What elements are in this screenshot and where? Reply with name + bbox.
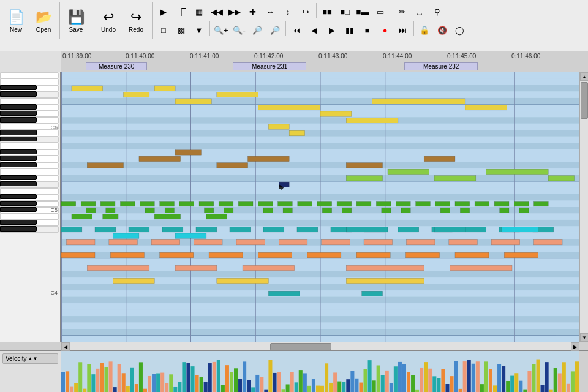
velocity-controls: Velocity ▲▼: [0, 351, 61, 392]
separator: [285, 21, 286, 36]
toolbar: 📄 New 📂 Open 💾 Save ↩ Undo ↪ Redo ▶ ⎾ ▦: [0, 0, 588, 51]
open-icon: 📂: [36, 9, 52, 25]
separator: [413, 21, 414, 36]
piano-keyboard: C6 C5 C4: [0, 72, 61, 342]
new-button[interactable]: 📄 New: [2, 1, 29, 40]
c5-label: C5: [50, 207, 58, 213]
save-label: Save: [69, 26, 83, 33]
content-area: C6 C5 C4 ▲ ▼: [0, 72, 588, 342]
hscroll-corner: [0, 342, 61, 350]
play-button[interactable]: ▶: [323, 21, 341, 39]
time-marker: 0:11:40.00: [126, 53, 154, 59]
redo-button[interactable]: ↪ Redo: [123, 1, 149, 40]
hscroll-end: [579, 342, 588, 350]
undo-icon: ↩: [103, 9, 114, 25]
skip-start-button[interactable]: ⏮: [288, 21, 305, 39]
separator: [59, 2, 60, 39]
time-marker: 0:11:39.00: [62, 53, 91, 59]
measure-231: Measure 231: [233, 62, 306, 70]
link-button[interactable]: ▭: [372, 3, 389, 20]
skip-end-button[interactable]: ⏭: [394, 21, 412, 39]
solo-button[interactable]: ◯: [451, 21, 469, 39]
paste-dropdown[interactable]: ▼: [190, 21, 208, 39]
horizontal-scrollbar[interactable]: ◀ ▶: [0, 342, 588, 350]
select-tool-button[interactable]: ▶: [155, 3, 172, 20]
save-icon: 💾: [68, 9, 85, 25]
c4-label: C4: [50, 290, 58, 296]
redo-icon: ↪: [130, 9, 141, 25]
lock-button[interactable]: 🔓: [416, 21, 433, 39]
select-rect-button[interactable]: ▦: [190, 3, 208, 20]
scroll-track[interactable]: [580, 81, 588, 333]
hscroll-track[interactable]: [70, 342, 571, 350]
save-button[interactable]: 💾 Save: [62, 1, 89, 40]
c6-label: C6: [50, 124, 58, 130]
quantize2-button[interactable]: ■□: [336, 3, 353, 20]
pause-button[interactable]: ▮▮: [341, 21, 358, 39]
stretch-button[interactable]: ↦: [297, 3, 314, 20]
undo-label: Undo: [101, 26, 116, 33]
scroll-thumb[interactable]: [581, 82, 588, 119]
quantize-button[interactable]: ■■: [318, 3, 336, 20]
toolbar-row1: 📄 New 📂 Open 💾 Save ↩ Undo ↪ Redo ▶ ⎾ ▦: [0, 0, 588, 42]
separator: [391, 3, 391, 18]
magnet-button[interactable]: ⚲: [429, 3, 446, 20]
separator: [92, 2, 92, 39]
note-canvas: [61, 72, 579, 342]
paste-button[interactable]: ▩: [173, 21, 190, 39]
new-icon: 📄: [8, 9, 24, 25]
time-marker: 0:11:44.00: [383, 53, 412, 59]
copy-button[interactable]: □: [155, 21, 172, 39]
record-button[interactable]: ●: [377, 21, 394, 39]
piano-roll[interactable]: [61, 72, 579, 342]
measure-230: Measure 230: [86, 62, 147, 70]
velocity-chevron-icon: ▲▼: [28, 356, 37, 361]
zoom-in-v[interactable]: 🔎: [249, 21, 266, 39]
scroll-down-button[interactable]: ▼: [580, 333, 588, 342]
erase-button[interactable]: ⎵: [411, 3, 428, 20]
move-h-button[interactable]: ↔: [262, 3, 279, 20]
scroll-left-button[interactable]: ◀: [61, 342, 70, 351]
move-v-button[interactable]: ↕: [279, 3, 296, 20]
time-marker: 0:11:43.00: [318, 53, 347, 59]
velocity-bars-area: [61, 351, 579, 392]
time-marker: 0:11:42.00: [254, 53, 283, 59]
redo-label: Redo: [129, 26, 143, 33]
measure-232: Measure 232: [404, 62, 478, 70]
zoom-in-h[interactable]: 🔍+: [212, 21, 230, 39]
forward-button[interactable]: ▶▶: [226, 3, 243, 20]
timeline-header: 0:11:39.00 0:11:40.00 0:11:41.00 0:11:42…: [0, 51, 588, 72]
scroll-up-button[interactable]: ▲: [580, 72, 588, 81]
time-marker: 0:11:46.00: [511, 53, 540, 59]
pencil-button[interactable]: ✏: [393, 3, 410, 20]
vertical-scrollbar[interactable]: ▲ ▼: [579, 72, 588, 342]
velocity-label: Velocity: [6, 355, 26, 362]
scrollbar-corner: [579, 51, 588, 72]
zoom-out-h[interactable]: 🔍-: [231, 21, 248, 39]
skip-back-button[interactable]: ◀: [306, 21, 323, 39]
timeline-ruler: 0:11:39.00 0:11:40.00 0:11:41.00 0:11:42…: [61, 51, 579, 72]
move-tool-button[interactable]: ✚: [244, 3, 261, 20]
separator: [316, 3, 317, 18]
separator: [209, 21, 210, 36]
stop-button[interactable]: ■: [359, 21, 376, 39]
draw-tool-button[interactable]: ⎾: [173, 3, 190, 20]
velocity-section: Velocity ▲▼: [0, 350, 588, 392]
time-marker: 0:11:41.00: [190, 53, 219, 59]
hscroll-thumb[interactable]: [270, 343, 331, 350]
undo-button[interactable]: ↩ Undo: [95, 1, 122, 40]
separator: [152, 2, 153, 39]
time-marker: 0:11:45.00: [447, 53, 476, 59]
open-label: Open: [36, 26, 51, 33]
mute-button[interactable]: 🔇: [434, 21, 451, 39]
scroll-right-button[interactable]: ▶: [571, 342, 579, 351]
timeline-corner: [0, 51, 61, 72]
velocity-canvas: [61, 351, 579, 392]
rewind-button[interactable]: ◀◀: [208, 3, 225, 20]
trim-button[interactable]: ■▬: [354, 3, 371, 20]
open-button[interactable]: 📂 Open: [30, 1, 57, 40]
new-label: New: [10, 26, 22, 33]
zoom-out-v[interactable]: 🔎: [266, 21, 284, 39]
velocity-dropdown[interactable]: Velocity ▲▼: [2, 353, 58, 364]
vel-scroll-corner: [579, 351, 588, 392]
